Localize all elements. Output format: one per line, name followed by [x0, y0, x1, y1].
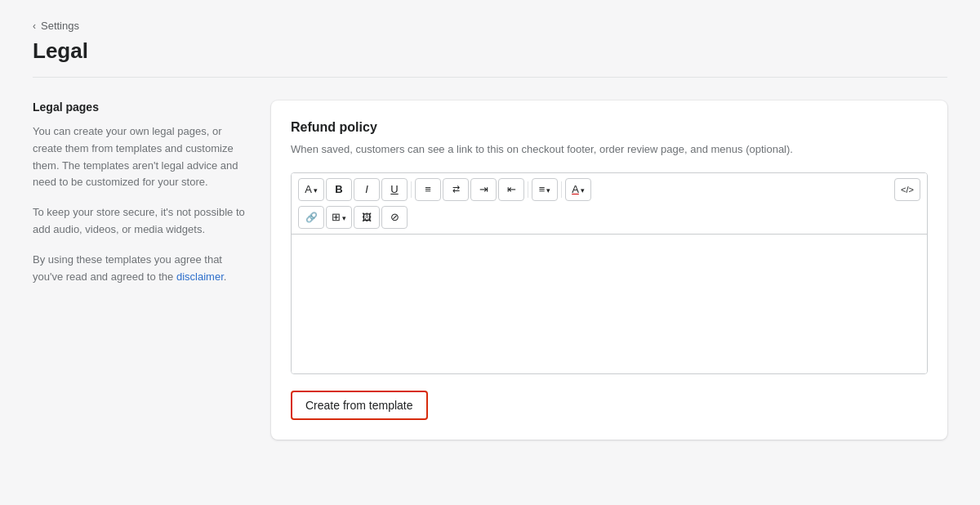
link-icon: 🔗 — [305, 212, 318, 223]
align-dropdown-arrow — [546, 183, 550, 195]
toolbar-divider-1 — [411, 181, 412, 198]
back-chevron-icon: ‹ — [33, 20, 36, 32]
toolbar: A B I U — [292, 173, 927, 235]
image-icon: 🖼 — [362, 212, 372, 223]
font-dropdown-arrow — [314, 183, 318, 195]
bold-btn[interactable]: B — [326, 178, 352, 201]
code-icon: </> — [901, 185, 914, 194]
color-btn[interactable]: A — [565, 178, 591, 201]
card-title: Refund policy — [291, 120, 928, 135]
italic-btn[interactable]: I — [354, 178, 380, 201]
sidebar-para-2: To keep your store secure, it's not poss… — [33, 204, 245, 239]
indent-left-btn[interactable]: ⇤ — [498, 178, 524, 201]
align-btn[interactable]: ≡ — [532, 178, 558, 201]
block-btn[interactable]: ⊘ — [381, 206, 408, 229]
underline-icon: U — [390, 183, 398, 195]
section-divider — [33, 77, 947, 78]
block-icon: ⊘ — [390, 211, 399, 223]
underline-btn[interactable]: U — [381, 178, 408, 201]
ol-icon: ⇄ — [452, 184, 460, 194]
indent-right-btn[interactable]: ⇥ — [470, 178, 497, 201]
main-card: Refund policy When saved, customers can … — [271, 101, 947, 440]
sidebar: Legal pages You can create your own lega… — [33, 101, 245, 298]
toolbar-row-2: 🔗 ⊞ 🖼 ⊘ — [298, 206, 920, 229]
toolbar-row-1: A B I U — [298, 178, 920, 201]
indent-right-icon: ⇥ — [479, 183, 488, 195]
card-description: When saved, customers can see a link to … — [291, 141, 928, 158]
indent-left-icon: ⇤ — [507, 183, 516, 195]
breadcrumb-label: Settings — [41, 20, 79, 32]
create-from-template-button[interactable]: Create from template — [291, 391, 428, 420]
content-layout: Legal pages You can create your own lega… — [33, 101, 947, 440]
sidebar-para-3: By using these templates you agree that … — [33, 252, 245, 286]
link-btn[interactable]: 🔗 — [298, 206, 324, 229]
color-icon: A — [572, 183, 579, 195]
breadcrumb[interactable]: ‹ Settings — [33, 20, 947, 32]
ordered-list-btn[interactable]: ⇄ — [443, 178, 469, 201]
sidebar-title: Legal pages — [33, 101, 245, 114]
bold-icon: B — [335, 183, 342, 195]
font-label: A — [305, 183, 312, 195]
rich-text-editor: A B I U — [291, 172, 928, 374]
ul-icon: ≡ — [425, 183, 431, 195]
italic-icon: I — [365, 183, 368, 195]
toolbar-divider-2 — [528, 181, 528, 198]
page-title: Legal — [33, 38, 947, 64]
editor-body[interactable] — [292, 235, 927, 373]
page-wrapper: ‹ Settings Legal Legal pages You can cre… — [0, 0, 980, 472]
image-btn[interactable]: 🖼 — [354, 206, 380, 229]
table-dropdown-arrow — [342, 211, 346, 223]
sidebar-para-1: You can create your own legal pages, or … — [33, 123, 245, 191]
font-btn[interactable]: A — [298, 178, 324, 201]
color-dropdown-arrow — [581, 183, 585, 195]
code-btn[interactable]: </> — [894, 178, 920, 201]
toolbar-divider-3 — [561, 181, 562, 198]
table-btn[interactable]: ⊞ — [326, 206, 352, 229]
align-icon: ≡ — [539, 183, 546, 195]
unordered-list-btn[interactable]: ≡ — [415, 178, 441, 201]
disclaimer-link[interactable]: disclaimer — [176, 270, 224, 283]
table-icon: ⊞ — [332, 211, 341, 223]
